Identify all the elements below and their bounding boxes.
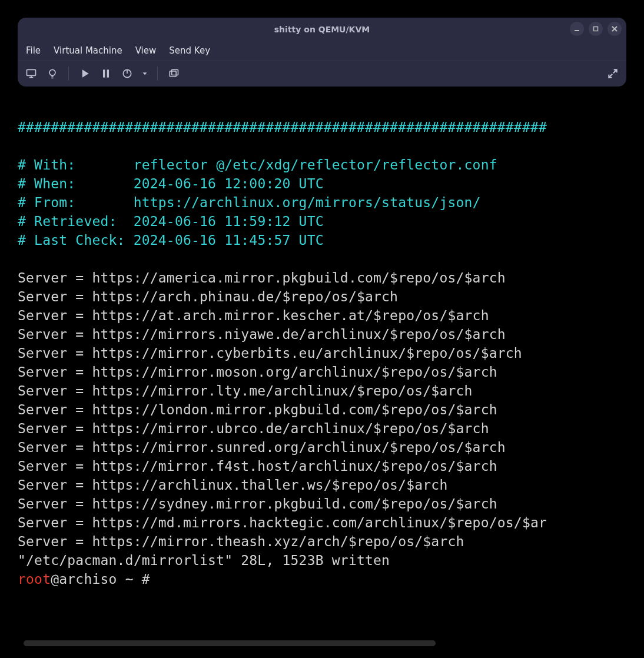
header-lastcheck-val: 2024-06-16 11:45:57 UTC	[134, 232, 324, 248]
server-line: Server = https://mirror.lty.me/archlinux…	[18, 383, 473, 398]
toolbar	[18, 60, 626, 87]
minimize-icon	[573, 25, 580, 32]
header-from-key: # From:	[18, 195, 134, 210]
server-line: Server = https://america.mirror.pkgbuild…	[18, 270, 506, 285]
prompt-rest: @archiso ~ #	[51, 571, 158, 587]
server-line: Server = https://mirror.sunred.org/archl…	[18, 440, 506, 455]
power-dropdown[interactable]	[141, 66, 149, 81]
pause-icon	[100, 68, 112, 79]
menu-sendkey[interactable]: Send Key	[169, 45, 210, 56]
menu-file[interactable]: File	[26, 45, 41, 56]
run-button[interactable]	[77, 66, 92, 81]
details-button[interactable]	[45, 66, 60, 81]
header-lastcheck-key: # Last Check:	[18, 232, 134, 248]
close-icon	[611, 25, 618, 32]
play-icon	[79, 68, 91, 79]
svg-rect-12	[107, 69, 109, 77]
snapshots-button[interactable]	[166, 66, 181, 81]
toolbar-separator	[68, 67, 69, 81]
header-when-val: 2024-06-16 12:00:20 UTC	[134, 176, 324, 191]
vim-written-line: "/etc/pacman.d/mirrorlist" 28L, 1523B wr…	[18, 553, 390, 568]
maximize-icon	[592, 25, 599, 32]
monitor-icon	[25, 68, 37, 79]
server-line: Server = https://at.arch.mirror.kescher.…	[18, 308, 489, 323]
svg-marker-10	[82, 69, 89, 77]
maximize-button[interactable]	[589, 22, 603, 36]
bulb-icon	[47, 68, 58, 79]
server-line: Server = https://arch.phinau.de/$repo/os…	[18, 289, 398, 304]
scrollbar-thumb[interactable]	[24, 640, 436, 646]
window-title: shitty on QEMU/KVM	[274, 25, 370, 34]
menu-vm[interactable]: Virtual Machine	[54, 45, 122, 56]
server-line: Server = https://mirror.f4st.host/archli…	[18, 458, 497, 474]
svg-rect-1	[594, 27, 598, 31]
svg-rect-17	[172, 69, 178, 75]
header-retrieved-val: 2024-06-16 11:59:12 UTC	[134, 214, 324, 229]
server-line: Server = https://mirror.moson.org/archli…	[18, 364, 497, 380]
chevron-down-icon	[141, 68, 149, 79]
horizontal-scrollbar[interactable]	[24, 640, 620, 646]
server-line: Server = https://london.mirror.pkgbuild.…	[18, 402, 497, 417]
toolbar-separator-2	[157, 67, 158, 81]
svg-rect-11	[103, 69, 105, 77]
pause-button[interactable]	[98, 66, 114, 81]
fullscreen-icon	[607, 68, 619, 79]
header-when-key: # When:	[18, 176, 134, 191]
server-line: Server = https://mirror.ubrco.de/archlin…	[18, 421, 489, 436]
server-line: Server = https://sydney.mirror.pkgbuild.…	[18, 496, 497, 511]
svg-point-7	[49, 69, 55, 75]
titlebar: shitty on QEMU/KVM	[18, 18, 626, 41]
prompt-user: root	[18, 571, 51, 587]
svg-rect-4	[27, 69, 36, 75]
close-button[interactable]	[608, 22, 622, 36]
menu-view[interactable]: View	[135, 45, 157, 56]
svg-rect-16	[170, 71, 176, 77]
header-from-val: https://archlinux.org/mirrors/status/jso…	[134, 195, 481, 210]
vm-window: shitty on QEMU/KVM File Virtual Machine …	[18, 18, 626, 87]
snapshots-icon	[168, 68, 180, 79]
server-line: Server = https://mirrors.niyawe.de/archl…	[18, 327, 506, 342]
server-line: Server = https://md.mirrors.hacktegic.co…	[18, 515, 547, 530]
minimize-button[interactable]	[570, 22, 584, 36]
server-line: Server = https://mirror.cyberbits.eu/arc…	[18, 345, 522, 361]
console-button[interactable]	[24, 66, 39, 81]
hash-line: ########################################…	[18, 119, 547, 135]
header-retrieved-key: # Retrieved:	[18, 214, 134, 229]
fullscreen-button[interactable]	[605, 66, 620, 81]
svg-marker-15	[143, 72, 147, 75]
header-with-key: # With:	[18, 157, 134, 172]
power-icon	[121, 68, 133, 79]
server-line: Server = https://mirror.theash.xyz/arch/…	[18, 534, 464, 549]
terminal-output[interactable]: ########################################…	[18, 118, 626, 589]
menubar: File Virtual Machine View Send Key	[18, 41, 626, 60]
window-controls	[570, 22, 622, 36]
header-with-val: reflector @/etc/xdg/reflector/reflector.…	[134, 157, 497, 172]
server-line: Server = https://archlinux.thaller.ws/$r…	[18, 477, 447, 493]
power-button[interactable]	[119, 66, 135, 81]
